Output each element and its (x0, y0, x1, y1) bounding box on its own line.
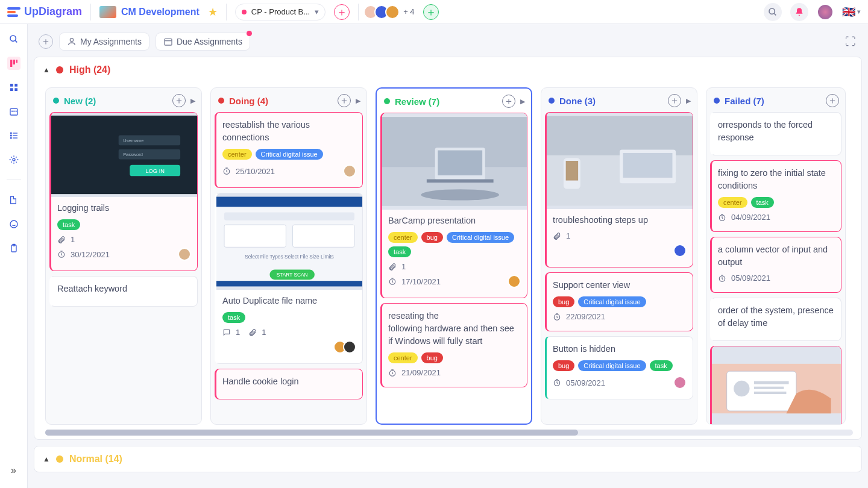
nav-support-icon[interactable] (7, 217, 20, 231)
tag-center[interactable]: center (388, 232, 418, 243)
card[interactable]: Button is hiddenbugCritical digital issu… (545, 336, 693, 399)
card[interactable]: reestablish the various connectionscente… (215, 112, 363, 188)
column-menu-icon[interactable]: ▶ (686, 97, 691, 105)
card[interactable]: a column vector of input and output 05/0… (710, 237, 841, 293)
tag-bug[interactable]: bug (421, 232, 443, 243)
add-board-button[interactable]: ＋ (334, 4, 350, 20)
card[interactable]: LOG INUsernamePasswordLogging trailstask… (49, 112, 198, 271)
due-date[interactable]: 21/09/2021 (388, 368, 441, 377)
due-date[interactable]: 17/10/2021 (388, 277, 441, 286)
tag-center[interactable]: center (388, 352, 418, 363)
tag-critical[interactable]: Critical digital issue (578, 360, 646, 371)
avatar[interactable] (508, 275, 521, 288)
app-logo[interactable]: UpDiagram (7, 5, 82, 18)
due-date[interactable]: 25/10/2021 (222, 167, 275, 176)
tag-bug[interactable]: bug (553, 296, 574, 307)
due-date[interactable]: 05/09/2021 (718, 274, 770, 283)
my-assignments-button[interactable]: My Assignments (59, 33, 149, 51)
search-icon[interactable] (764, 3, 782, 21)
due-date[interactable]: 04/09/2021 (718, 213, 770, 222)
add-member-button[interactable]: ＋ (423, 4, 439, 20)
due-assignments-button[interactable]: Due Assignments (156, 33, 250, 51)
card[interactable]: order of the system, presence of delay t… (710, 298, 841, 341)
tag-task[interactable]: task (751, 197, 774, 208)
nav-docs-icon[interactable] (7, 193, 20, 207)
nav-grid-icon[interactable] (7, 81, 20, 94)
project-selector[interactable]: CM Development (99, 6, 200, 18)
tag-center[interactable]: center (718, 197, 747, 208)
attachment-count[interactable]: 1 (57, 235, 75, 244)
nav-calendar-icon[interactable] (7, 105, 20, 118)
sidebar-expand-icon[interactable]: » (7, 464, 20, 477)
add-card-button[interactable]: ＋ (172, 94, 186, 107)
board-dropdown[interactable]: CP - Product B... ▾ (235, 4, 326, 20)
tag-center[interactable]: center (222, 149, 252, 160)
attachment-count[interactable]: 1 (388, 262, 406, 271)
column-menu-icon[interactable]: ▶ (520, 98, 525, 105)
nav-settings-icon[interactable] (7, 153, 20, 166)
due-date[interactable]: 05/09/2021 (553, 378, 605, 387)
tag-critical[interactable]: Critical digital issue (578, 296, 646, 307)
card[interactable]: reseating thefollowing hardware and then… (380, 303, 527, 387)
add-card-button[interactable]: ＋ (668, 94, 681, 107)
horizontal-scrollbar[interactable] (45, 430, 853, 436)
avatar[interactable] (343, 340, 356, 354)
add-swimlane-button[interactable]: ＋ (39, 34, 53, 49)
nav-list-icon[interactable] (7, 129, 20, 142)
card[interactable]: fixing to zero the initial state conditi… (710, 160, 841, 232)
card-assignees[interactable] (337, 340, 356, 354)
tag-task[interactable]: task (650, 360, 673, 371)
add-card-button[interactable]: ＋ (338, 94, 351, 107)
swimlane-header[interactable]: ▲ Normal (14) (34, 446, 861, 472)
card-assignees[interactable] (511, 275, 521, 288)
column-menu-icon[interactable]: ▶ (356, 97, 360, 105)
avatar[interactable] (385, 5, 400, 19)
add-card-button[interactable]: ＋ (502, 95, 515, 108)
swimlane-header[interactable]: ▲ High (24) (34, 57, 861, 83)
column-menu-icon[interactable]: ▶ (190, 97, 195, 105)
card[interactable]: Handle cookie login (215, 369, 363, 399)
nav-search-icon[interactable] (7, 33, 20, 46)
card[interactable]: Support center viewbugCritical digital i… (545, 272, 693, 331)
card[interactable]: orresponds to the forced response (710, 112, 841, 155)
tag-task[interactable]: task (57, 219, 80, 230)
add-card-button[interactable]: ＋ (826, 94, 839, 107)
card-assignees[interactable] (677, 376, 687, 389)
column-dot-icon (53, 98, 59, 104)
due-date[interactable]: 22/09/2021 (553, 312, 605, 321)
tag-critical[interactable]: Critical digital issue (256, 149, 323, 160)
avatar[interactable] (178, 248, 191, 261)
tag-task[interactable]: task (388, 246, 411, 257)
card[interactable]: BarCamp presentationcenterbugCritical di… (380, 113, 527, 298)
card[interactable]: troubleshooting steps up 1 (545, 112, 693, 267)
tag-bug[interactable]: bug (421, 352, 443, 363)
swimlane-high: ▲ High (24) New (2) ＋ ▶ LOG INUsernamePa… (34, 57, 862, 440)
avatar[interactable] (343, 164, 356, 178)
card[interactable] (710, 346, 841, 424)
card-tags: task (57, 219, 191, 230)
attachment-count[interactable]: 1 (248, 328, 266, 337)
attachment-count[interactable]: 1 (553, 231, 570, 240)
card-assignees[interactable] (181, 248, 191, 261)
star-icon[interactable]: ★ (208, 5, 218, 19)
nav-clipboard-icon[interactable] (7, 242, 20, 255)
tag-bug[interactable]: bug (553, 360, 574, 371)
card[interactable]: Select File Types Select File Size Limit… (215, 193, 363, 364)
member-overflow[interactable]: + 4 (403, 7, 414, 16)
card-assignees[interactable] (677, 244, 687, 257)
notifications-icon[interactable] (790, 3, 808, 21)
comments-count[interactable]: 1 (222, 328, 240, 337)
language-selector[interactable]: 🇬🇧 ▾ (842, 5, 861, 19)
card[interactable]: Reattach keyword (49, 276, 198, 307)
fullscreen-icon[interactable]: ⛶ (845, 36, 862, 48)
tag-critical[interactable]: Critical digital issue (447, 232, 514, 243)
due-date[interactable]: 30/12/2021 (57, 250, 110, 259)
avatar[interactable] (673, 376, 687, 389)
nav-board-icon[interactable] (7, 57, 20, 70)
project-name: CM Development (121, 7, 200, 17)
user-avatar[interactable] (817, 4, 834, 20)
avatar[interactable] (673, 244, 687, 257)
member-avatars[interactable]: + 4 (367, 5, 414, 19)
card-assignees[interactable] (347, 164, 356, 178)
tag-task[interactable]: task (222, 312, 245, 323)
